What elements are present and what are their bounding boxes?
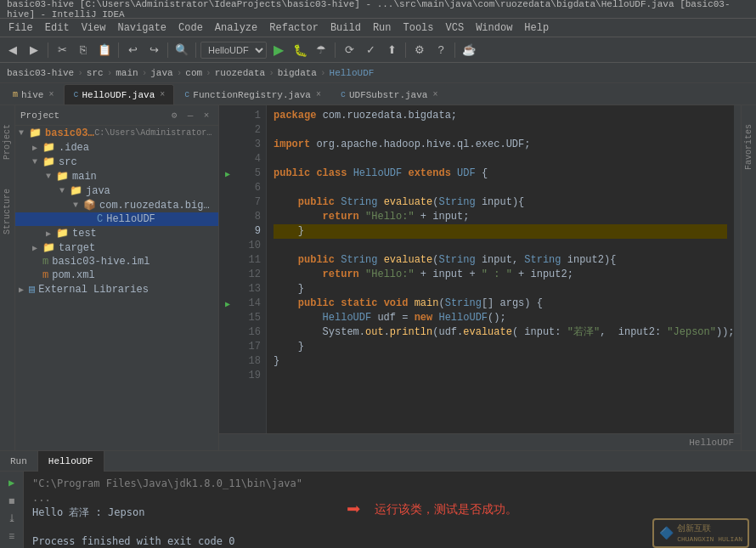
gutter-2: [219, 123, 236, 138]
menu-vcs[interactable]: VCS: [441, 20, 470, 36]
tree-external-libs[interactable]: ▶ ▤ External Libraries: [15, 282, 218, 297]
run-stop-btn[interactable]: ◼: [3, 493, 20, 508]
gutter-16: [219, 325, 236, 340]
tree-extlibs-label: External Libraries: [38, 284, 149, 296]
toolbar-undo-btn[interactable]: ↩: [123, 41, 142, 59]
run-tab-hellouddf[interactable]: HelloUDF: [38, 451, 104, 472]
toolbar-sep-7: [454, 42, 455, 58]
tab-udfsubstr-close[interactable]: ×: [432, 90, 437, 99]
tree-main[interactable]: ▼ 📁 main: [15, 169, 218, 184]
tree-hellouddf[interactable]: ▶ C HelloUDF: [15, 212, 218, 226]
sidebar-collapse-icon[interactable]: —: [183, 109, 197, 122]
toolbar-sep-6: [405, 42, 406, 58]
menu-run[interactable]: Run: [368, 20, 397, 36]
sdk-btn[interactable]: ☕: [460, 41, 478, 59]
code-line-12: return "Hello:" + input + " : " + input2…: [274, 268, 727, 282]
breadcrumb-src[interactable]: src: [87, 68, 104, 78]
breadcrumb-project[interactable]: basic03-hive: [7, 68, 74, 78]
tab-udfsubstr[interactable]: c UDFSubstr.java ×: [331, 84, 447, 105]
menu-help[interactable]: Help: [519, 20, 554, 36]
toolbar-paste-btn[interactable]: 📋: [95, 41, 114, 59]
tree-root[interactable]: ▼ 📁 basic03-hive C:\Users\Administrator\…: [15, 126, 218, 140]
vcs-commit-btn[interactable]: ✓: [361, 41, 380, 59]
code-area[interactable]: package com.ruozedata.bigdata; import or…: [267, 105, 734, 433]
toolbar-redo-btn[interactable]: ↪: [144, 41, 163, 59]
gutter-5[interactable]: ▶: [219, 167, 236, 181]
settings-btn[interactable]: ⚙: [410, 41, 429, 59]
menu-view[interactable]: View: [76, 20, 111, 36]
tree-package[interactable]: ▼ 📦 com.ruozedata.bigdata: [15, 198, 218, 212]
tree-package-label: com.ruozedata.bigdata: [99, 200, 215, 212]
gutter-13: [219, 282, 236, 297]
tab-functionregistry-close[interactable]: ×: [316, 90, 321, 99]
menu-window[interactable]: Window: [471, 20, 517, 36]
code-line-18: }: [274, 354, 727, 369]
tree-src[interactable]: ▼ 📁 src: [15, 155, 218, 169]
code-line-10: [274, 239, 727, 253]
toolbar-cut-btn[interactable]: ✂: [53, 41, 71, 59]
watermark-text: 创新互联CHUANGXIN HULIAN: [677, 523, 742, 544]
title-bar: basic03-hive [C:\Users\Administrator\Ide…: [0, 0, 756, 19]
run-btn[interactable]: ▶: [269, 41, 288, 59]
tab-helloudf-close[interactable]: ×: [160, 90, 165, 99]
menu-code[interactable]: Code: [173, 20, 208, 36]
breadcrumb-bigdata[interactable]: bigdata: [278, 68, 317, 78]
tab-hellouddf[interactable]: c HelloUDF.java ×: [64, 84, 174, 105]
run-config-dropdown[interactable]: HelloUDF: [200, 42, 267, 59]
ln-9: 9: [236, 224, 261, 239]
gutter-14[interactable]: ▶: [219, 297, 236, 311]
target-folder-icon: 📁: [42, 241, 55, 254]
menu-navigate[interactable]: Navigate: [112, 20, 172, 36]
debug-btn[interactable]: 🐛: [291, 41, 309, 59]
sidebar-settings-icon[interactable]: ⚙: [167, 109, 181, 122]
tree-pom[interactable]: ▶ m pom.xml: [15, 268, 218, 282]
editor-scrollbar[interactable]: [734, 105, 741, 433]
menu-tools[interactable]: Tools: [398, 20, 439, 36]
run-tab-run[interactable]: Run: [0, 451, 38, 472]
breadcrumb-main[interactable]: main: [116, 68, 138, 78]
toolbar-back-btn[interactable]: ◀: [3, 41, 22, 59]
run-scroll-btn[interactable]: ⤓: [3, 511, 20, 527]
tree-target[interactable]: ▶ 📁 target: [15, 240, 218, 255]
code-line-5: public class HelloUDF extends UDF {: [274, 167, 727, 181]
tree-idea[interactable]: ▶ 📁 .idea: [15, 140, 218, 155]
project-vert-tab[interactable]: Project: [1, 122, 14, 161]
ln-11: 11: [236, 253, 261, 268]
help-btn[interactable]: ?: [432, 41, 450, 59]
breadcrumb-com[interactable]: com: [185, 68, 202, 78]
ln-3: 3: [236, 138, 261, 152]
vcs-push-btn[interactable]: ⬆: [382, 41, 401, 59]
toolbar-forward-btn[interactable]: ▶: [25, 41, 43, 59]
ln-12: 12: [236, 268, 261, 282]
menu-build[interactable]: Build: [325, 20, 366, 36]
menu-refactor[interactable]: Refactor: [264, 20, 324, 36]
menu-file[interactable]: File: [3, 20, 38, 36]
tab-functionregistry[interactable]: c FunctionRegistry.java ×: [175, 84, 330, 105]
code-line-13: }: [274, 282, 727, 297]
gutter-3: [219, 138, 236, 152]
java-folder-icon: 📁: [70, 184, 82, 197]
toolbar-search-btn[interactable]: 🔍: [172, 41, 191, 59]
breadcrumb-java[interactable]: java: [150, 68, 172, 78]
run-restart-btn[interactable]: ▶: [3, 475, 20, 490]
extlibs-icon: ▤: [29, 283, 35, 296]
gutter-icons: ▶ ▶: [219, 105, 236, 433]
breadcrumb-current[interactable]: HelloUDF: [330, 68, 375, 78]
structure-vert-tab[interactable]: Structure: [1, 187, 14, 236]
vcs-update-btn[interactable]: ⟳: [340, 41, 358, 59]
menu-analyze[interactable]: Analyze: [210, 20, 262, 36]
tab-hive-close[interactable]: ×: [48, 90, 54, 99]
run-filter-btn[interactable]: ≡: [3, 529, 20, 545]
coverage-btn[interactable]: ☂: [312, 41, 330, 59]
tab-hive[interactable]: m hive ×: [3, 84, 63, 105]
tree-iml[interactable]: ▶ m basic03-hive.iml: [15, 255, 218, 268]
editor-footer: HelloUDF: [219, 433, 741, 450]
tree-java[interactable]: ▼ 📁 java: [15, 184, 218, 198]
tree-pom-label: pom.xml: [52, 269, 94, 281]
favorites-vert-tab[interactable]: Favorites: [742, 122, 755, 172]
toolbar-copy-btn[interactable]: ⎘: [74, 41, 93, 59]
tree-test[interactable]: ▶ 📁 test: [15, 226, 218, 240]
menu-edit[interactable]: Edit: [40, 20, 75, 36]
sidebar-close-icon[interactable]: ×: [200, 109, 213, 122]
breadcrumb-ruozedata[interactable]: ruozedata: [215, 68, 265, 78]
